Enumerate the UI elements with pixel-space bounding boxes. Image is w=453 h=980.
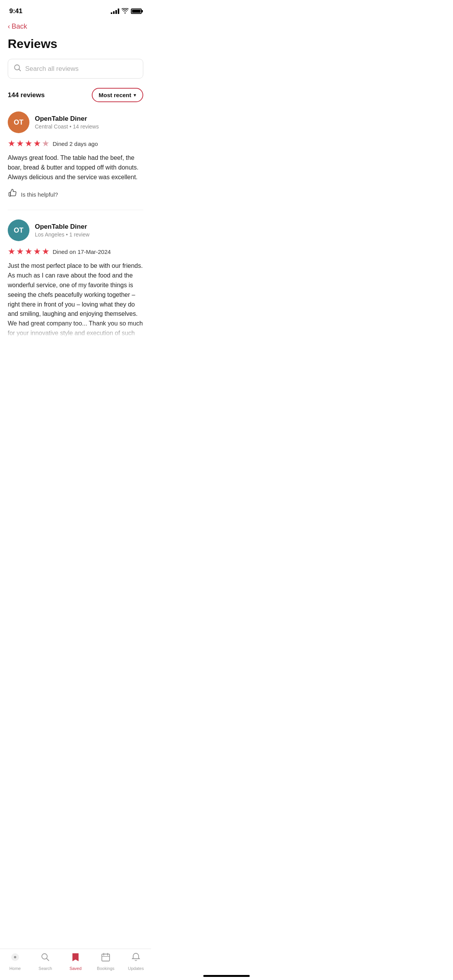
battery-icon [131, 9, 142, 14]
back-button[interactable]: ‹ Back [0, 19, 151, 35]
user-info-2: OpenTable Diner Los Angeles • 1 review [35, 223, 89, 238]
avatar-initials: OT [14, 118, 24, 127]
helpful-button[interactable]: Is this helpful? [8, 188, 143, 200]
search-bar[interactable]: Search all reviews [8, 59, 143, 79]
rating-row: ★ ★ ★ ★ ★ Dined 2 days ago [8, 139, 143, 149]
review-text-2: Just the most perfect place to be with o… [8, 261, 143, 339]
helpful-label[interactable]: Is this helpful? [21, 191, 58, 198]
reviews-header: 144 reviews Most recent ▾ [0, 88, 151, 111]
dined-date: Dined 2 days ago [53, 140, 98, 147]
user-info: OpenTable Diner Central Coast • 14 revie… [35, 115, 99, 130]
star-5: ★ [42, 139, 50, 149]
user-meta-2: Los Angeles • 1 review [35, 231, 89, 238]
search-icon [14, 64, 21, 74]
avatar: OT [8, 111, 29, 133]
reviews-count: 144 reviews [8, 91, 45, 99]
signal-bars-icon [111, 9, 119, 14]
star2-1: ★ [8, 247, 15, 257]
user-meta: Central Coast • 14 reviews [35, 123, 99, 130]
sort-button[interactable]: Most recent ▾ [92, 88, 143, 102]
divider [8, 210, 143, 210]
sort-label: Most recent [99, 92, 131, 98]
avatar-initials-2: OT [14, 226, 24, 235]
back-label: Back [12, 22, 27, 31]
user-name: OpenTable Diner [35, 115, 99, 123]
status-icons [111, 8, 142, 15]
star2-5: ★ [42, 247, 50, 257]
review-card: OT OpenTable Diner Central Coast • 14 re… [0, 111, 151, 208]
star-3: ★ [25, 139, 33, 149]
page-title: Reviews [0, 35, 151, 59]
review-text: Always great food. The table had the bee… [8, 153, 143, 182]
star-2: ★ [16, 139, 24, 149]
rating-row-2: ★ ★ ★ ★ ★ Dined on 17-Mar-2024 [8, 247, 143, 257]
user-name-2: OpenTable Diner [35, 223, 89, 231]
star2-4: ★ [33, 247, 41, 257]
star-1: ★ [8, 139, 15, 149]
review-card-2: OT OpenTable Diner Los Angeles • 1 revie… [0, 219, 151, 353]
star2-3: ★ [25, 247, 33, 257]
avatar-2: OT [8, 219, 29, 241]
chevron-down-icon: ▾ [134, 92, 136, 98]
review-user-1: OT OpenTable Diner Central Coast • 14 re… [8, 111, 143, 133]
status-bar: 9:41 [0, 0, 151, 19]
search-container: Search all reviews [0, 59, 151, 88]
star2-2: ★ [16, 247, 24, 257]
stars: ★ ★ ★ ★ ★ [8, 139, 50, 149]
back-arrow-icon: ‹ [8, 22, 10, 31]
wifi-icon [122, 8, 129, 15]
dined-date-2: Dined on 17-Mar-2024 [53, 248, 111, 255]
search-placeholder[interactable]: Search all reviews [25, 65, 79, 73]
status-time: 9:41 [9, 7, 22, 15]
review-user-2: OT OpenTable Diner Los Angeles • 1 revie… [8, 219, 143, 241]
star-4: ★ [33, 139, 41, 149]
svg-line-1 [19, 69, 21, 71]
stars-2: ★ ★ ★ ★ ★ [8, 247, 50, 257]
thumbs-up-icon [8, 188, 18, 200]
